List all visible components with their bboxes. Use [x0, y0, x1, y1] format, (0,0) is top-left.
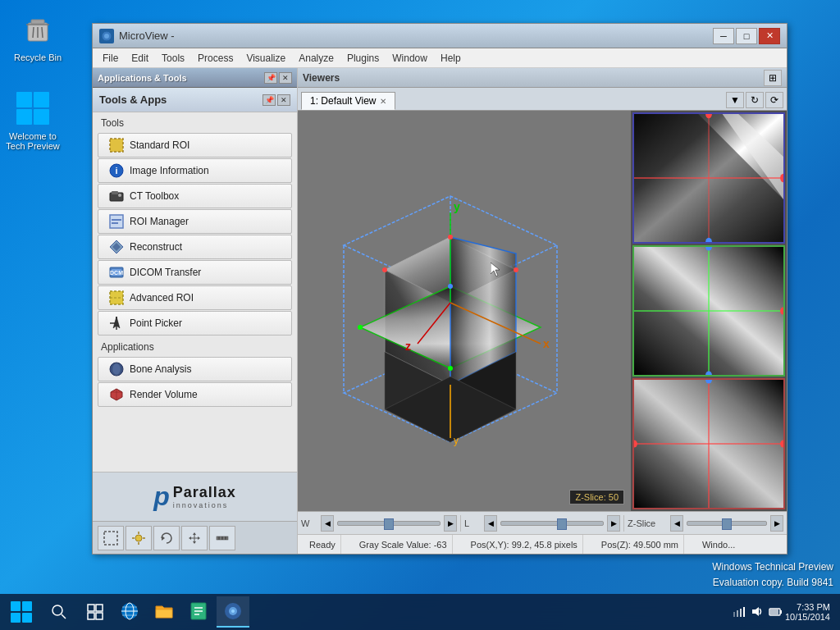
viewer-settings-button[interactable]: ▼ — [726, 92, 744, 108]
recycle-bin-icon[interactable]: Recycle Bin — [7, 7, 69, 66]
menu-window[interactable]: Window — [386, 51, 434, 66]
render-volume-button[interactable]: Render Volume — [98, 382, 292, 407]
sub-close-button[interactable]: ✕ — [277, 94, 290, 106]
zslice-slider-thumb[interactable] — [722, 518, 732, 530]
advanced-roi-button[interactable]: Advanced ROI — [98, 285, 292, 310]
logo-p-letter: p — [153, 482, 170, 512]
render-volume-icon — [108, 386, 125, 403]
viewer-canvas: y x z y — [298, 111, 787, 511]
advanced-roi-icon — [108, 290, 125, 306]
w-slider-right[interactable]: ▶ — [444, 515, 457, 532]
panel-pin-button[interactable]: 📌 — [264, 72, 277, 84]
w-slider-thumb[interactable] — [384, 518, 394, 530]
reconstruct-button[interactable]: Reconstruct — [98, 235, 292, 259]
bone-analysis-button[interactable]: Bone Analysis — [98, 357, 292, 381]
battery-icon — [769, 606, 782, 618]
tab-close-button[interactable]: ✕ — [380, 97, 386, 106]
ie-button[interactable] — [113, 596, 146, 628]
viewers-expand-button[interactable]: ⊞ — [764, 70, 782, 86]
svg-rect-29 — [104, 532, 117, 545]
menu-tools[interactable]: Tools — [155, 51, 191, 66]
roi-manager-button[interactable]: ROI Manager — [98, 209, 292, 234]
viewer-fullscreen-button[interactable]: ⟳ — [765, 92, 783, 108]
w-slider-label: W — [301, 518, 317, 528]
taskbar-apps — [79, 594, 729, 630]
search-button[interactable] — [43, 594, 75, 630]
close-button[interactable]: ✕ — [759, 28, 780, 44]
svg-text:y: y — [454, 435, 459, 446]
reconstruct-icon — [108, 239, 125, 255]
svg-rect-87 — [11, 601, 21, 611]
welcome-desktop-icon[interactable]: Welcome to Tech Preview — [2, 85, 64, 154]
bone-analysis-label: Bone Analysis — [130, 363, 191, 375]
svg-rect-17 — [110, 215, 123, 228]
dicom-transfer-button[interactable]: DCM DICOM Transfer — [98, 260, 292, 285]
default-view-tab[interactable]: 1: Default View ✕ — [301, 92, 395, 110]
measure-tool-button[interactable] — [209, 526, 235, 550]
l-slider-right[interactable]: ▶ — [607, 515, 620, 532]
l-slider-track[interactable] — [500, 521, 604, 526]
menu-visualize[interactable]: Visualize — [240, 51, 292, 66]
menu-plugins[interactable]: Plugins — [340, 51, 386, 66]
notepad-button[interactable] — [182, 596, 215, 628]
svg-rect-15 — [112, 191, 118, 194]
maximize-button[interactable]: □ — [736, 28, 757, 44]
start-button[interactable] — [3, 594, 39, 630]
w-slider-track[interactable] — [337, 521, 441, 526]
parallax-logo-area: p Parallax innovations — [93, 472, 297, 521]
pos-xy-status: Pos(X,Y): 99.2, 45.8 pixels — [466, 535, 583, 554]
svg-rect-6 — [34, 92, 49, 107]
title-bar: MicroView - ─ □ ✕ — [93, 24, 787, 48]
svg-marker-35 — [162, 536, 165, 541]
panel-controls: 📌 ✕ — [264, 72, 292, 84]
zslice-slider-section: Z-Slice ◀ ▶ — [624, 515, 787, 532]
menu-edit[interactable]: Edit — [125, 51, 155, 66]
zslice-slider-label: Z-Slice — [628, 518, 667, 528]
w-slider-left[interactable]: ◀ — [321, 515, 334, 532]
eval-line2: Evaluation copy. Build 9841 — [712, 575, 833, 591]
task-view-button[interactable] — [79, 594, 112, 630]
standard-roi-icon — [108, 137, 125, 153]
viewport-3d[interactable]: y x z y — [298, 111, 631, 511]
menu-file[interactable]: File — [96, 51, 125, 66]
menu-process[interactable]: Process — [191, 51, 240, 66]
app-title: MicroView - — [119, 30, 713, 42]
svg-rect-88 — [22, 601, 32, 611]
panel-header: Applications & Tools 📌 ✕ — [93, 68, 297, 88]
dicom-transfer-icon: DCM — [108, 264, 125, 281]
microview-taskbar-button[interactable] — [217, 596, 249, 628]
w-slider-section: W ◀ ▶ — [298, 515, 461, 532]
minimize-button[interactable]: ─ — [713, 28, 734, 44]
standard-roi-button[interactable]: Standard ROI — [98, 133, 292, 158]
panel-close-button[interactable]: ✕ — [279, 72, 292, 84]
l-slider-left[interactable]: ◀ — [484, 515, 497, 532]
ct-toolbox-label: CT Toolbox — [130, 190, 179, 202]
l-slider-section: L ◀ ▶ — [461, 515, 624, 532]
viewer-refresh-button[interactable]: ↻ — [746, 92, 764, 108]
image-information-button[interactable]: i Image Information — [98, 158, 292, 183]
l-slider-thumb[interactable] — [557, 518, 567, 530]
point-picker-button[interactable]: Point Picker — [98, 311, 292, 336]
pan-tool-button[interactable] — [181, 526, 208, 550]
svg-line-2 — [33, 27, 34, 38]
logo-text: Parallax innovations — [173, 484, 236, 509]
render-volume-label: Render Volume — [130, 389, 198, 400]
svg-text:y: y — [454, 200, 460, 213]
zslice-slider-right[interactable]: ▶ — [770, 515, 783, 532]
brightness-tool-button[interactable] — [126, 526, 152, 550]
svg-rect-1 — [31, 20, 44, 24]
file-manager-button[interactable] — [148, 596, 180, 628]
z-slice-indicator: Z-Slice: 50 — [569, 490, 624, 504]
rotate-tool-button[interactable] — [153, 526, 180, 550]
applications-section-label: Applications — [93, 336, 297, 356]
menu-analyze[interactable]: Analyze — [292, 51, 340, 66]
svg-point-10 — [104, 34, 109, 39]
select-tool-button[interactable] — [98, 526, 124, 550]
zslice-slider-left[interactable]: ◀ — [670, 515, 683, 532]
menu-help[interactable]: Help — [434, 51, 468, 66]
zslice-slider-track[interactable] — [687, 521, 767, 526]
svg-point-65 — [358, 325, 363, 330]
ct-toolbox-button[interactable]: CT Toolbox — [98, 184, 292, 208]
window-controls: ─ □ ✕ — [713, 28, 780, 44]
sub-pin-button[interactable]: 📌 — [262, 94, 276, 106]
